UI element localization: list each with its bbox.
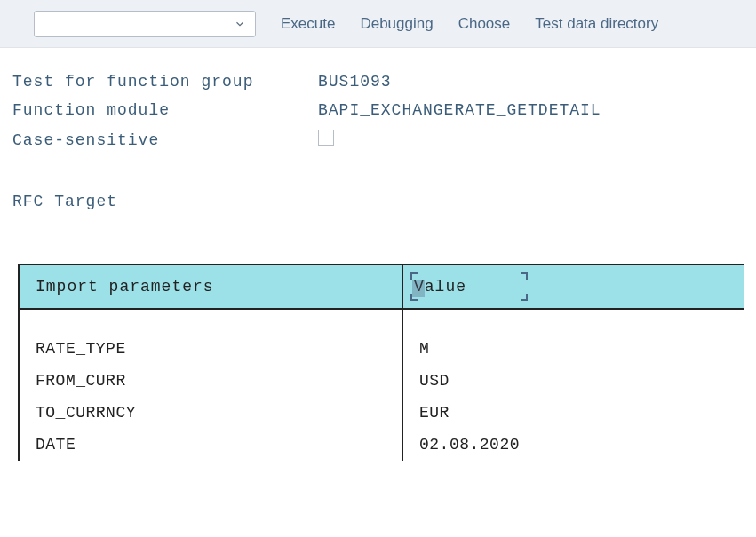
header-import-parameters: Import parameters [19,265,402,309]
function-group-value: BUS1093 [318,73,392,91]
param-value[interactable]: 02.08.2020 [402,429,744,461]
chevron-down-icon [234,18,246,30]
debugging-link[interactable]: Debugging [360,15,433,33]
test-data-directory-link[interactable]: Test data directory [535,15,658,33]
parameters-table-wrap: Import parameters Value RATE_ [12,264,744,461]
param-value[interactable]: EUR [402,397,744,429]
function-module-label: Function module [12,101,318,119]
selection-corner-icon [410,294,418,301]
param-name: RATE_TYPE [19,309,402,365]
execute-link[interactable]: Execute [281,15,335,33]
case-sensitive-label: Case-sensitive [12,131,318,149]
function-group-label: Test for function group [12,73,318,91]
choose-link[interactable]: Choose [458,15,511,33]
selection-corner-icon [521,294,528,301]
function-module-row: Function module BAPI_EXCHANGERATE_GETDET… [12,101,744,119]
case-sensitive-row: Case-sensitive [12,130,744,150]
param-name: FROM_CURR [19,365,402,397]
param-name: TO_CURRNCY [19,397,402,429]
param-value[interactable]: USD [402,365,744,397]
param-value[interactable]: M [402,309,744,365]
function-module-value: BAPI_EXCHANGERATE_GETDETAIL [318,101,601,119]
header-value[interactable]: Value [402,265,744,309]
selection-corner-icon [521,272,528,280]
parameters-table: Import parameters Value RATE_ [18,264,744,461]
rfc-target-header: RFC Target [12,193,744,210]
table-row: DATE 02.08.2020 [19,429,744,461]
function-group-row: Test for function group BUS1093 [12,73,744,91]
selection-corner-icon [410,272,418,280]
table-row: TO_CURRNCY EUR [19,397,744,429]
table-row: FROM_CURR USD [19,365,744,397]
toolbar-dropdown[interactable] [34,11,256,37]
case-sensitive-checkbox[interactable] [318,130,334,146]
param-name: DATE [19,429,402,461]
table-row: RATE_TYPE M [19,309,744,365]
toolbar: Execute Debugging Choose Test data direc… [0,0,756,48]
content-area: Test for function group BUS1093 Function… [0,48,756,461]
